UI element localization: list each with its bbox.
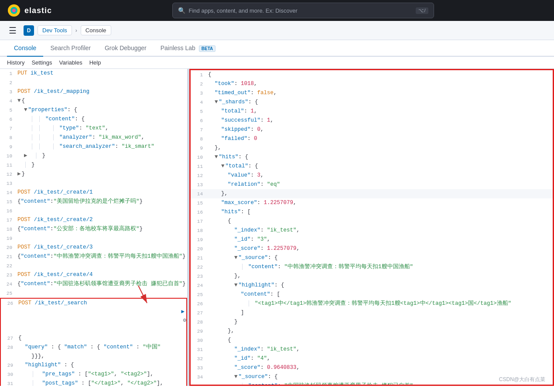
output-line-23: 23 },	[191, 272, 553, 281]
output-line-19: 19 "_id": "3",	[191, 235, 553, 244]
editor-line-20: 20 POST /ik_test/_create/3	[0, 243, 187, 252]
output-line-26: 26 │ "<tag1>中</tag1>韩渔警冲突调查：韩警平均每天扣1艘<ta…	[191, 299, 553, 308]
output-line-2: 2 "took": 1018,	[191, 79, 553, 89]
output-line-28: 28 }	[191, 317, 553, 327]
output-line-35: 35 │ "content": "中国驻洛杉矶领事馆遭亚裔男子枪击 嫌犯已自首"	[191, 382, 553, 386]
search-placeholder: Find apps, content, and more. Ex: Discov…	[189, 7, 413, 14]
top-bar: elastic 🔍 Find apps, content, and more. …	[0, 0, 554, 21]
output-line-7: 7 "skipped": 0,	[191, 125, 553, 134]
output-line-30: 30 {	[191, 336, 553, 345]
main-content: 1 PUT ik_test 2 3 POST /ik_test/_mapping…	[0, 69, 554, 386]
sub-toolbar: History Settings Variables Help	[0, 57, 554, 69]
output-line-12: 12 "value": 3,	[191, 171, 553, 180]
editor-line-7: 7 │ │ │ "type": "text",	[0, 124, 187, 133]
variables-button[interactable]: Variables	[59, 59, 82, 66]
breadcrumb-console: Console	[81, 25, 111, 35]
editor-line-10: 10 ▶ │ }	[0, 151, 187, 160]
output-line-4: 4 ▼"_shards": {	[191, 98, 553, 107]
output-line-9: 9 },	[191, 143, 553, 153]
output-line-17: 17 {	[191, 217, 553, 226]
output-line-6: 6 "successful": 1,	[191, 116, 553, 125]
editor-line-16: 16	[0, 206, 187, 215]
editor-line-15: 15 {"content":"美国留给伊拉克的是个烂摊子吗"}	[0, 197, 187, 206]
beta-badge: BETA	[199, 45, 215, 52]
editor-line-4: 4 ▼{	[0, 96, 187, 106]
output-line-34: 34 ▼"_source": {	[191, 372, 553, 382]
help-button[interactable]: Help	[89, 59, 101, 66]
output-line-10: 10 ▼"hits": {	[191, 153, 553, 162]
output-line-3: 3 "timed_out": false,	[191, 89, 553, 98]
hamburger-button[interactable]: ☰	[7, 24, 18, 37]
editor-line-29: 29 "highlight" : {	[1, 361, 186, 370]
output-line-27: 27 ]	[191, 308, 553, 317]
run-button[interactable]: ▶	[181, 307, 185, 316]
output-line-33: 33 "_score": 0.9640833,	[191, 363, 553, 372]
editor-line-24: 24 {"content":"中国驻洛杉矶领事馆遭亚裔男子枪击 嫌犯已自首"}	[0, 280, 187, 289]
highlighted-request-block: 26 POST /ik_test/_search ▶ ⚙ 27 { 28 "qu…	[0, 298, 187, 386]
search-icon: 🔍	[178, 7, 185, 14]
keyboard-shortcut: ⌥/	[416, 7, 428, 14]
editor-line-6: 6 │ │ "content": {	[0, 115, 187, 124]
tab-search-profiler[interactable]: Search Profiler	[43, 40, 98, 57]
editor-line-8: 8 │ │ │ "analyzer": "ik_max_word",	[0, 133, 187, 142]
editor-line-13: 13	[0, 179, 187, 188]
editor-line-27: 27 {	[1, 334, 186, 343]
breadcrumb-separator: ›	[75, 27, 77, 34]
wrench-icon[interactable]: ⚙	[183, 316, 186, 325]
editor-line-28: 28 "query" : { "match" : { "content" : "…	[1, 343, 186, 352]
editor-line-31: 31 │ "post_tags" : ["</tag1>", "</tag2>"…	[1, 379, 186, 386]
editor-line-30: 30 │ "pre_tags" : ["<tag1>", "<tag2>"],	[1, 370, 186, 379]
output-line-31: 31 "_index": "ik_test",	[191, 345, 553, 354]
editor-line-18: 18 {"content":"公安部：各地校车将享最高路权"}	[0, 225, 187, 234]
output-line-11: 11 ▼"total": {	[191, 162, 553, 171]
tab-console[interactable]: Console	[7, 40, 43, 57]
editor-panel[interactable]: 1 PUT ik_test 2 3 POST /ik_test/_mapping…	[0, 69, 188, 386]
output-line-20: 20 "_score": 1.2257079,	[191, 244, 553, 253]
tab-bar: Console Search Profiler Grok Debugger Pa…	[0, 40, 554, 57]
output-line-1: 1 {	[191, 70, 553, 79]
editor-line-19: 19	[0, 234, 187, 243]
breadcrumb-dev-icon: D	[24, 25, 34, 36]
editor-line-26: 26 POST /ik_test/_search ▶ ⚙	[1, 299, 186, 334]
output-line-15: 15 "max_score": 1.2257079,	[191, 198, 553, 208]
elastic-logo[interactable]: elastic	[7, 3, 52, 17]
breadcrumb-devtools[interactable]: Dev Tools	[38, 25, 72, 35]
editor-line-28b: }}},	[1, 352, 186, 361]
output-line-8: 8 "failed": 0	[191, 134, 553, 143]
output-panel[interactable]: 1 { 2 "took": 1018, 3 "timed_out": false…	[189, 69, 554, 386]
output-line-5: 5 "total": 1,	[191, 107, 553, 116]
editor-line-22: 22	[0, 261, 187, 270]
output-line-16: 16 "hits": [	[191, 208, 553, 217]
editor-line-12: 12 ▶}	[0, 170, 187, 179]
output-line-32: 32 "_id": "4",	[191, 354, 553, 363]
tab-painless-lab[interactable]: Painless Lab BETA	[154, 40, 223, 57]
svg-point-2	[12, 9, 16, 12]
history-button[interactable]: History	[7, 59, 24, 66]
second-bar: ☰ D Dev Tools › Console	[0, 21, 554, 40]
editor-line-14: 14 POST /ik_test/_create/1	[0, 188, 187, 197]
editor-line-3: 3 POST /ik_test/_mapping	[0, 87, 187, 96]
output-line-18: 18 "_index": "ik_test",	[191, 226, 553, 235]
editor-line-5: 5 ▼"properties": {	[0, 106, 187, 115]
tab-grok-debugger[interactable]: Grok Debugger	[98, 40, 154, 57]
editor-line-17: 17 POST /ik_test/_create/2	[0, 215, 187, 225]
settings-button[interactable]: Settings	[31, 59, 52, 66]
output-line-14: 14 },	[191, 189, 553, 198]
global-search[interactable]: 🔍 Find apps, content, and more. Ex: Disc…	[172, 3, 434, 18]
editor-line-11: 11 │ }	[0, 160, 187, 170]
resize-handle[interactable]	[188, 69, 189, 386]
editor-line-25: 25	[0, 289, 187, 298]
editor-line-23: 23 POST /ik_test/_create/4	[0, 270, 187, 280]
breadcrumb: D Dev Tools › Console	[24, 25, 111, 36]
output-line-13: 13 "relation": "eq"	[191, 180, 553, 189]
output-line-25: 25 "content": [	[191, 290, 553, 299]
editor-line-9: 9 │ │ │ "search_analyzer": "ik_smart"	[0, 142, 187, 151]
editor-line-2: 2	[0, 78, 187, 87]
output-line-29: 29 },	[191, 327, 553, 336]
output-line-22: 22 │ "content": "中韩渔警冲突调查：韩警平均每天扣1艘中国渔船"	[191, 262, 553, 272]
editor-line-1: 1 PUT ik_test	[0, 69, 187, 78]
output-line-21: 21 ▼"_source": {	[191, 253, 553, 262]
editor-line-21: 21 {"content":"中韩渔警冲突调查：韩警平均每天扣1艘中国渔船"}	[0, 252, 187, 261]
output-line-24: 24 ▼"highlight": {	[191, 281, 553, 290]
logo-text: elastic	[24, 6, 52, 15]
